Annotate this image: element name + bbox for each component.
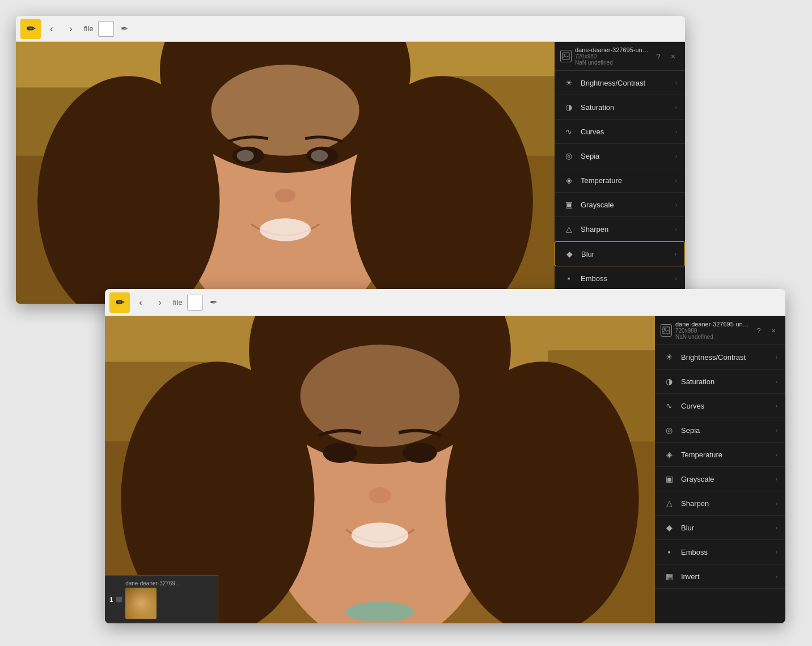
filter-icon-temperature: ◈ xyxy=(563,174,575,186)
filter-label-brightness-contrast: Brightness/Contrast xyxy=(681,353,776,362)
filmstrip-thumbnail[interactable] xyxy=(125,588,157,619)
canvas-area-2: 1 dane-deaner-327695-u... xyxy=(105,316,655,623)
svg-point-30 xyxy=(403,443,437,463)
close-button-2[interactable]: × xyxy=(767,324,780,337)
filter-item-grayscale[interactable]: ▣Grayscale› xyxy=(555,193,685,217)
svg-point-15 xyxy=(260,218,311,241)
window-body-2: 1 dane-deaner-327695-u... xyxy=(105,316,785,623)
filter-icon-emboss: ▪ xyxy=(563,272,575,284)
filter-list-1: ☀Brightness/Contrast›◑Saturation›∿Curves… xyxy=(555,71,685,304)
filter-icon-saturation: ◑ xyxy=(563,101,575,113)
filter-label-saturation: Saturation xyxy=(681,377,776,386)
color-swatch[interactable] xyxy=(98,21,114,37)
panel-info-2: dane-deaner-327695-unsp... 720x980 NaN u… xyxy=(675,321,749,340)
help-button-1[interactable]: ? xyxy=(652,50,665,62)
filter-icon-sepia: ◎ xyxy=(563,150,575,162)
filter-item-brightness-contrast[interactable]: ☀Brightness/Contrast› xyxy=(655,345,785,369)
app-logo-2[interactable]: ✏ xyxy=(109,292,130,313)
eyedropper-icon[interactable]: ✒ xyxy=(116,20,133,37)
help-button-2[interactable]: ? xyxy=(752,324,765,337)
filter-arrow-temperature: › xyxy=(776,452,777,458)
filter-item-temperature[interactable]: ◈Temperature› xyxy=(655,443,785,467)
right-panel-1: dane-deaner-327695-unsp... 720x980 NaN u… xyxy=(555,42,685,304)
back-button-2[interactable]: ‹ xyxy=(132,294,149,311)
window-body-1: dane-deaner-327695-unsp... 720x980 NaN u… xyxy=(16,42,685,304)
color-swatch-2[interactable] xyxy=(187,295,203,311)
filter-arrow-brightness-contrast: › xyxy=(776,354,777,360)
filter-arrow-curves: › xyxy=(776,403,777,409)
filter-arrow-temperature: › xyxy=(675,177,677,184)
filter-arrow-curves: › xyxy=(675,129,677,135)
filter-icon-invert: ▦ xyxy=(663,570,675,583)
filter-icon-sharpen: △ xyxy=(563,223,575,235)
filter-arrow-sepia: › xyxy=(776,427,777,434)
filter-item-invert[interactable]: ▦Invert› xyxy=(655,564,785,589)
filter-item-saturation[interactable]: ◑Saturation› xyxy=(655,369,785,394)
panel-actions-1: ? × xyxy=(652,50,679,62)
file-label-2: file xyxy=(171,298,185,307)
filter-item-emboss[interactable]: ▪Emboss› xyxy=(555,266,685,291)
filter-item-brightness-contrast[interactable]: ☀Brightness/Contrast› xyxy=(555,71,685,95)
svg-point-34 xyxy=(346,602,414,622)
filter-item-grayscale[interactable]: ▣Grayscale› xyxy=(655,467,785,491)
svg-rect-35 xyxy=(663,327,670,334)
panel-header-1: dane-deaner-327695-unsp... 720x980 NaN u… xyxy=(555,42,685,71)
image-icon xyxy=(562,52,570,60)
filter-item-blur[interactable]: ◆Blur› xyxy=(555,241,685,266)
filter-label-grayscale: Grayscale xyxy=(681,475,776,483)
panel-image-icon-2 xyxy=(661,324,672,337)
svg-point-12 xyxy=(237,150,254,162)
photo-canvas-1 xyxy=(16,42,555,304)
filter-item-sharpen[interactable]: △Sharpen› xyxy=(555,217,685,241)
filter-label-blur: Blur xyxy=(681,524,776,532)
filter-item-curves[interactable]: ∿Curves› xyxy=(555,120,685,144)
filter-icon-brightness-contrast: ☀ xyxy=(563,76,575,89)
filter-item-emboss[interactable]: ▪Emboss› xyxy=(655,540,785,564)
filter-label-emboss: Emboss xyxy=(581,274,675,283)
panel-actions-2: ? × xyxy=(752,324,780,337)
svg-point-31 xyxy=(369,487,391,503)
svg-point-27 xyxy=(445,362,638,623)
app-logo[interactable]: ✏ xyxy=(20,19,41,39)
filter-label-temperature: Temperature xyxy=(581,176,675,185)
svg-point-28 xyxy=(300,345,459,447)
filter-label-sepia: Sepia xyxy=(581,152,675,160)
filter-label-blur: Blur xyxy=(581,250,675,258)
filter-item-sepia[interactable]: ◎Sepia› xyxy=(655,418,785,443)
filter-icon-curves: ∿ xyxy=(563,125,575,138)
filter-item-saturation[interactable]: ◑Saturation› xyxy=(555,95,685,120)
eyedropper-icon-2[interactable]: ✒ xyxy=(205,294,222,311)
panel-meta-1: NaN undefined xyxy=(575,60,649,66)
filter-item-blur[interactable]: ◆Blur› xyxy=(655,516,785,540)
filter-item-sharpen[interactable]: △Sharpen› xyxy=(655,491,785,516)
filmstrip-filename: dane-deaner-327695-u... xyxy=(125,580,182,586)
close-button-1[interactable]: × xyxy=(667,50,679,62)
svg-point-18 xyxy=(564,54,565,56)
filmstrip-dot xyxy=(116,597,122,602)
filter-item-temperature[interactable]: ◈Temperature› xyxy=(555,168,685,193)
panel-header-2: dane-deaner-327695-unsp... 720x980 NaN u… xyxy=(655,316,785,345)
back-button[interactable]: ‹ xyxy=(43,20,60,37)
forward-button[interactable]: › xyxy=(62,20,79,37)
filter-item-curves[interactable]: ∿Curves› xyxy=(655,394,785,418)
filter-arrow-brightness-contrast: › xyxy=(675,80,677,86)
filter-list-2: ☀Brightness/Contrast›◑Saturation›∿Curves… xyxy=(655,345,785,623)
filter-arrow-invert: › xyxy=(776,573,777,580)
filter-label-invert: Invert xyxy=(681,572,776,581)
right-panel-2: dane-deaner-327695-unsp... 720x980 NaN u… xyxy=(655,316,785,623)
filter-icon-blur: ◆ xyxy=(663,521,675,534)
panel-filename-2: dane-deaner-327695-unsp... xyxy=(675,321,749,328)
panel-dimensions-1: 720x980 xyxy=(575,53,649,60)
forward-button-2[interactable]: › xyxy=(151,294,168,311)
panel-filename-1: dane-deaner-327695-unsp... xyxy=(575,46,649,53)
toolbar-2: ✏ ‹ › file ✒ xyxy=(105,289,785,316)
svg-point-14 xyxy=(275,189,295,202)
window-2: ✏ ‹ › file ✒ xyxy=(105,289,785,623)
filter-arrow-emboss: › xyxy=(776,549,777,555)
filter-arrow-grayscale: › xyxy=(675,202,677,208)
filter-arrow-grayscale: › xyxy=(776,476,777,482)
svg-point-29 xyxy=(323,443,357,463)
filter-icon-saturation: ◑ xyxy=(663,375,675,388)
filter-item-sepia[interactable]: ◎Sepia› xyxy=(555,144,685,168)
filter-label-grayscale: Grayscale xyxy=(581,201,675,209)
